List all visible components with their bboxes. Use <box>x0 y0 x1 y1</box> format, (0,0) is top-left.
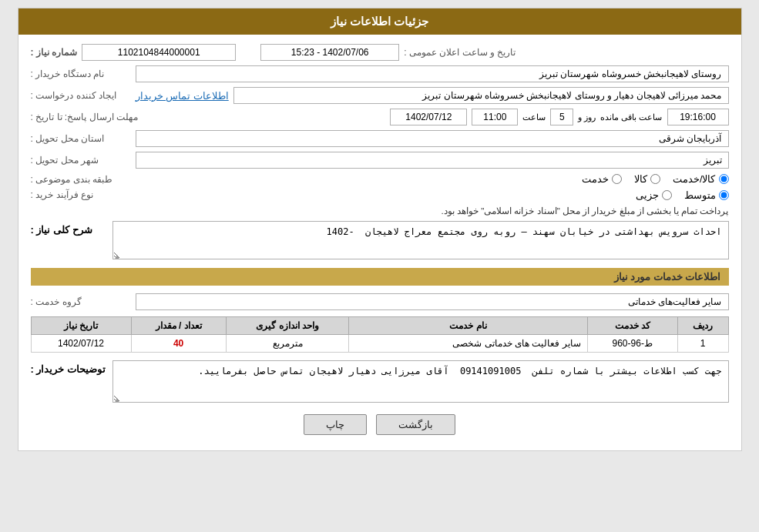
description-textarea[interactable] <box>113 221 729 259</box>
col-date: تاریخ نیاز <box>31 317 131 335</box>
goods-label: کالا <box>634 173 647 185</box>
description-label: شرح کلی نیاز : <box>31 221 108 236</box>
radio-goods-service[interactable]: کالا/خدمت <box>673 173 729 185</box>
contract-radio-group: متوسط جزیی <box>136 189 729 201</box>
day-label: روز و <box>578 112 596 122</box>
remaining-time: 19:16:00 <box>667 109 729 125</box>
group-value: سایر فعالیت‌های خدماتی <box>136 293 729 310</box>
services-section-title: اطلاعات خدمات مورد نیاز <box>31 268 729 286</box>
province-label: استان محل تحویل : <box>31 133 131 144</box>
cell-qty: 40 <box>131 335 226 353</box>
time-label: ساعت <box>522 112 546 122</box>
buyer-notes-textarea[interactable] <box>113 360 729 403</box>
goods-service-label: کالا/خدمت <box>673 173 716 185</box>
service-label: خدمت <box>582 173 609 185</box>
group-label: گروه خدمت : <box>31 296 131 307</box>
remaining-label: ساعت باقی مانده <box>600 112 662 122</box>
city-label: شهر محل تحویل : <box>31 155 131 166</box>
buyer-org-label: نام دستگاه خریدار : <box>31 69 131 79</box>
cell-name: سایر فعالیت های خدماتی شخصی <box>349 335 587 353</box>
category-label: طبقه بندی موضوعی : <box>31 174 131 185</box>
print-button[interactable]: چاپ <box>304 414 367 435</box>
cell-code: ط-96-960 <box>587 335 677 353</box>
deadline-label: مهلت ارسال پاسخ: تا تاریخ : <box>31 112 154 122</box>
days-value: 5 <box>550 109 573 125</box>
contract-description: پرداخت تمام یا بخشی از مبلغ خریدار از مح… <box>136 206 729 216</box>
radio-service[interactable]: خدمت <box>582 173 622 185</box>
need-number-value: 1102104844000001 <box>82 44 236 61</box>
col-qty: تعداد / مقدار <box>131 317 226 335</box>
deadline-time: 11:00 <box>472 109 518 125</box>
city-value: تبریز <box>136 152 729 169</box>
cell-date: 1402/07/12 <box>31 335 131 353</box>
medium-label: متوسط <box>684 189 716 201</box>
buyer-org-value: روستای لاهیجانبخش خسروشاه شهرستان تبریز <box>136 65 729 82</box>
partial-label: جزیی <box>636 189 659 201</box>
contract-label: نوع فرآیند خرید : <box>31 189 131 200</box>
page-title: جزئیات اطلاعات نیاز <box>18 8 741 35</box>
buyer-notes-label: توضیحات خریدار : <box>31 360 108 375</box>
col-unit: واحد اندازه گیری <box>226 317 349 335</box>
cell-unit: مترمربع <box>226 335 349 353</box>
province-value: آذربایجان شرقی <box>136 130 729 147</box>
announce-date-label: تاریخ و ساعت اعلان عمومی : <box>404 47 516 58</box>
radio-partial[interactable]: جزیی <box>636 189 672 201</box>
col-name: نام خدمت <box>349 317 587 335</box>
services-table: ردیف کد خدمت نام خدمت واحد اندازه گیری ت… <box>31 316 729 353</box>
deadline-date: 1402/07/12 <box>390 109 467 125</box>
radio-goods[interactable]: کالا <box>634 173 660 185</box>
back-button[interactable]: بازگشت <box>376 414 455 435</box>
table-row: 1 ط-96-960 سایر فعالیت های خدماتی شخصی م… <box>31 335 728 353</box>
announce-date-value: 1402/07/06 - 15:23 <box>260 44 399 61</box>
col-code: کد خدمت <box>587 317 677 335</box>
category-radio-group: کالا/خدمت کالا خدمت <box>136 173 729 185</box>
radio-medium[interactable]: متوسط <box>684 189 729 201</box>
creator-label: ایجاد کننده درخواست : <box>31 90 131 101</box>
need-number-label: شماره نیاز : <box>31 47 78 58</box>
creator-value: محمد میرزائی لاهیجان دهیار و روستای لاهی… <box>233 87 729 104</box>
col-row: ردیف <box>677 317 728 335</box>
contact-info-link[interactable]: اطلاعات تماس خریدار <box>136 90 229 102</box>
cell-row: 1 <box>677 335 728 353</box>
